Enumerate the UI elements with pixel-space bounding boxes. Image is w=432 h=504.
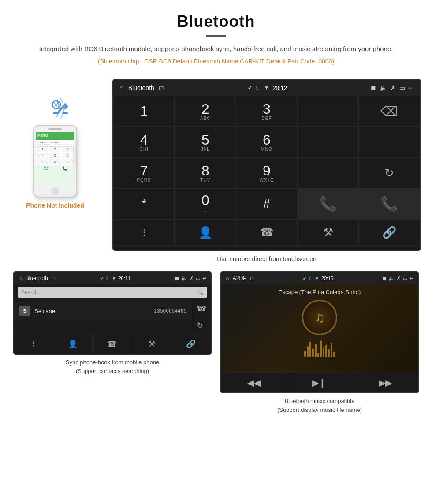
dial-key-9[interactable]: 9 WXYZ bbox=[236, 157, 297, 188]
dial-key-8[interactable]: 8 TUV bbox=[175, 157, 236, 188]
pb-status-icons: ✔ ☾ ▼ 20:11 bbox=[100, 276, 130, 281]
dial-backspace[interactable]: ⌫ bbox=[359, 96, 420, 127]
window-icon[interactable]: ▭ bbox=[399, 84, 405, 91]
phonebook-screenshot: ⌂ Bluetooth ◻ ✔ ☾ ▼ 20:11 ◼ 🔈 ✗ ▭ ↩ bbox=[13, 271, 212, 414]
pb-bluetooth-icon: ⚒ bbox=[148, 339, 155, 349]
dial-key-2-num: 2 bbox=[201, 102, 209, 116]
pb-camera-icon[interactable]: ◼ bbox=[175, 276, 179, 281]
music-status-icons: ✔ ☾ ▼ 20:15 bbox=[303, 276, 333, 281]
dial-bottom-bluetooth[interactable]: ⚒ bbox=[298, 219, 359, 246]
pb-bottom-bar: ⁝ 👤 ☎ ⚒ 🔗 bbox=[14, 334, 211, 354]
dial-key-7[interactable]: 7 PQRS bbox=[113, 157, 175, 188]
volume-icon[interactable]: 🔈 bbox=[380, 84, 387, 91]
dial-key-3[interactable]: 3 DEF bbox=[236, 96, 297, 127]
dial-key-8-num: 8 bbox=[201, 164, 209, 178]
music-top-bar: ⌂ A2DP ◻ ✔ ☾ ▼ 20:15 ◼ 🔈 ✗ ▭ ↩ bbox=[221, 272, 418, 284]
signal-icon: ▼ bbox=[264, 85, 269, 91]
pb-signal-icon: ▼ bbox=[112, 276, 116, 281]
phone-mockup: MOTO + Add to Contacts 1 2 3 4 5 6 * 0 bbox=[33, 125, 77, 198]
dial-key-8-sub: TUV bbox=[200, 178, 210, 183]
pb-back-icon[interactable]: ↩ bbox=[202, 276, 206, 281]
dial-keypad-grid: 1 2 ABC 3 DEF ⌫ 4 GHI bbox=[113, 96, 420, 250]
phone-screen-header: MOTO bbox=[36, 132, 74, 140]
music-screen: ⌂ A2DP ◻ ✔ ☾ ▼ 20:15 ◼ 🔈 ✗ ▭ ↩ bbox=[220, 271, 419, 393]
music-play-pause-btn[interactable]: ▶❙ bbox=[287, 373, 353, 392]
call-red-icon: 📞 bbox=[380, 195, 398, 212]
music-bottom-bar: ◀◀ ▶❙ ▶▶ bbox=[221, 373, 418, 392]
pb-contact-row[interactable]: S Seicane 13566664466 bbox=[14, 302, 192, 320]
dial-screen-title: Bluetooth bbox=[128, 84, 154, 91]
phone-screen: MOTO + Add to Contacts 1 2 3 4 5 6 * 0 bbox=[36, 132, 74, 187]
dial-key-1[interactable]: 1 bbox=[113, 96, 175, 127]
gps-icon: ☾ bbox=[256, 85, 261, 91]
pb-contact-number: 13566664466 bbox=[154, 308, 186, 314]
music-win-icon[interactable]: ▭ bbox=[403, 276, 407, 281]
dial-call-green[interactable]: 📞 bbox=[298, 188, 359, 219]
pb-home-icon[interactable]: ⌂ bbox=[19, 275, 22, 282]
pb-x-icon[interactable]: ✗ bbox=[190, 276, 194, 281]
pb-bt-btn[interactable]: ⚒ bbox=[132, 334, 171, 354]
dial-call-red[interactable]: 📞 bbox=[359, 188, 420, 219]
music-play-icon: ▶❙ bbox=[312, 377, 326, 388]
music-vol-icon[interactable]: 🔈 bbox=[388, 276, 395, 281]
dial-key-hash[interactable]: # bbox=[236, 188, 297, 219]
pb-phone-btn[interactable]: ☎ bbox=[93, 334, 132, 354]
dial-key-2[interactable]: 2 ABC bbox=[175, 96, 236, 127]
music-note-icon: ♫ bbox=[314, 310, 325, 326]
music-camera-icon[interactable]: ◼ bbox=[382, 276, 386, 281]
dial-key-star-num: * bbox=[142, 198, 146, 210]
eq-bar-10 bbox=[328, 349, 330, 357]
eq-bar-6 bbox=[317, 353, 319, 357]
phone-end-btn: ⌫ bbox=[43, 166, 49, 171]
eq-bar-12 bbox=[333, 352, 335, 357]
phone-key-3: 3 bbox=[62, 146, 74, 152]
dial-key-0[interactable]: 0 + bbox=[175, 188, 236, 219]
pb-reload-icon[interactable]: ↻ bbox=[197, 321, 206, 330]
pb-caption-line2: (Support contacts searching) bbox=[76, 368, 149, 374]
home-icon[interactable]: ⌂ bbox=[119, 84, 124, 92]
eq-bar-5 bbox=[315, 344, 317, 357]
phone-not-included-label: Phone Not Included bbox=[26, 202, 84, 209]
dial-bottom-contacts[interactable]: 👤 bbox=[175, 219, 236, 246]
music-prev-btn[interactable]: ◀◀ bbox=[221, 373, 287, 392]
dial-bottom-link[interactable]: 🔗 bbox=[359, 219, 420, 246]
dial-section: ⌂ Bluetooth ◻ ✔ ☾ ▼ 20:12 ◼ 🔈 ✗ ▭ ↩ bbox=[106, 79, 428, 271]
music-home-icon[interactable]: ⌂ bbox=[226, 275, 229, 282]
pb-search-bar[interactable]: Search 🔍 bbox=[18, 287, 207, 298]
pb-top-bar: ⌂ Bluetooth ◻ ✔ ☾ ▼ 20:11 ◼ 🔈 ✗ ▭ ↩ bbox=[14, 272, 211, 284]
pb-win-icon[interactable]: ▭ bbox=[196, 276, 200, 281]
dial-empty-3 bbox=[359, 127, 420, 157]
eq-bar-7 bbox=[320, 340, 322, 357]
dial-empty-2 bbox=[298, 127, 359, 157]
dial-key-4[interactable]: 4 GHI bbox=[113, 127, 175, 157]
pb-contacts-btn[interactable]: 👤 bbox=[53, 334, 93, 354]
dial-bottom-phone[interactable]: ☎ bbox=[236, 219, 297, 246]
phone-key-4: 4 bbox=[37, 153, 48, 158]
music-x-icon[interactable]: ✗ bbox=[397, 276, 401, 281]
eq-bar-2 bbox=[307, 346, 309, 357]
dial-key-star[interactable]: * bbox=[113, 188, 175, 219]
camera-icon[interactable]: ◼ bbox=[371, 84, 376, 91]
phonebook-screen: ⌂ Bluetooth ◻ ✔ ☾ ▼ 20:11 ◼ 🔈 ✗ ▭ ↩ bbox=[13, 271, 212, 355]
music-title: A2DP bbox=[233, 275, 246, 281]
pb-content: S Seicane 13566664466 ☎ ↻ bbox=[14, 300, 211, 334]
music-back-icon[interactable]: ↩ bbox=[410, 276, 413, 281]
music-next-btn[interactable]: ▶▶ bbox=[352, 373, 418, 392]
dial-bar-left: ⌂ Bluetooth ◻ bbox=[119, 84, 164, 92]
dial-bottom-dialpad[interactable]: ⁝ bbox=[113, 219, 175, 246]
usb-icon: ◻ bbox=[159, 84, 164, 91]
pb-link-icon: 🔗 bbox=[186, 339, 196, 349]
pb-dialpad-btn[interactable]: ⁝ bbox=[14, 334, 53, 354]
pb-vol-icon[interactable]: 🔈 bbox=[181, 276, 187, 281]
pb-link-btn[interactable]: 🔗 bbox=[171, 334, 211, 354]
back-icon[interactable]: ↩ bbox=[409, 84, 414, 91]
pb-phone-icon[interactable]: ☎ bbox=[197, 304, 206, 314]
phone-key-2: 2 bbox=[49, 146, 61, 152]
close-icon[interactable]: ✗ bbox=[391, 84, 396, 91]
phone-key-8: 0 bbox=[49, 159, 61, 164]
dial-reload[interactable]: ↻ bbox=[359, 157, 420, 188]
dial-key-9-sub: WXYZ bbox=[260, 178, 274, 183]
dial-key-6[interactable]: 6 MNO bbox=[236, 127, 297, 157]
dial-key-5[interactable]: 5 JKL bbox=[175, 127, 236, 157]
phone-screen-title: MOTO bbox=[37, 134, 48, 138]
